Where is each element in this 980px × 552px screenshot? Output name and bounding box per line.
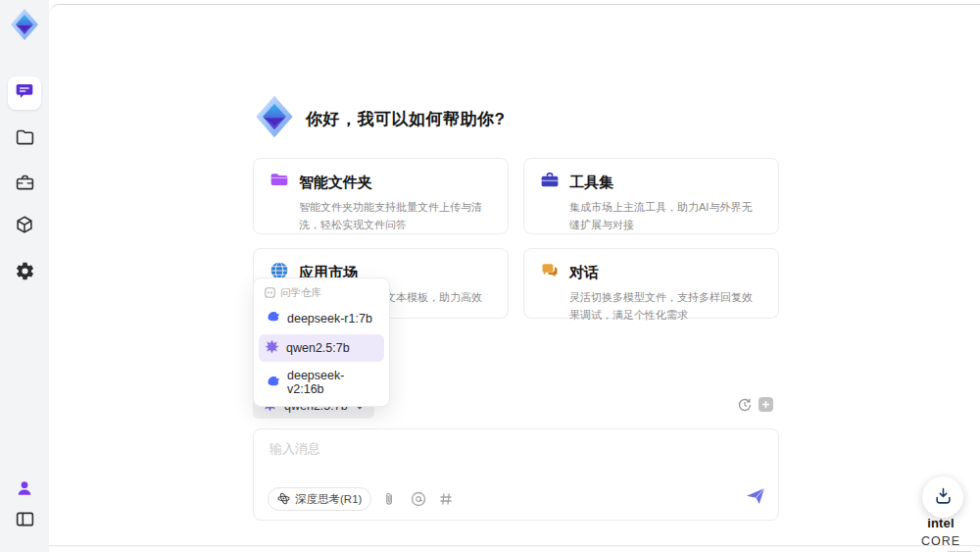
folder-filled-icon — [270, 171, 289, 194]
history-icon — [737, 397, 753, 417]
card-toolkit[interactable]: 工具集 集成市场上主流工具，助力AI与外界无缝扩展与对接 — [523, 158, 779, 234]
paperclip-icon[interactable] — [384, 491, 398, 507]
core-wordmark: core — [921, 534, 960, 548]
panel-icon — [15, 509, 35, 533]
download-button[interactable] — [922, 477, 963, 518]
card-title: 智能文件夹 — [299, 174, 372, 192]
card-smart-folder[interactable]: 智能文件夹 智能文件夹功能支持批量文件上传与清洗，轻松实现文件问答 — [253, 158, 509, 234]
sidebar-item-models[interactable] — [8, 211, 41, 244]
sidebar-item-panel-toggle[interactable] — [8, 504, 41, 537]
qwen-star-icon — [265, 339, 279, 357]
card-description: 集成市场上主流工具，助力AI与外界无缝扩展与对接 — [569, 199, 762, 233]
folder-icon — [15, 127, 35, 152]
sidebar-item-chat[interactable] — [8, 76, 41, 110]
deep-think-label: 深度思考(R1) — [295, 492, 362, 507]
model-repo-label: 问学仓库 — [280, 286, 321, 300]
sidebar — [0, 0, 49, 552]
user-icon — [15, 478, 34, 502]
sidebar-item-settings[interactable] — [8, 256, 41, 289]
card-description: 智能文件夹功能支持批量文件上传与清洗，轻松实现文件问答 — [299, 199, 492, 233]
card-description: 灵活切换多模型文件，支持多样回复效果调试，满足个性化需求 — [569, 289, 762, 324]
greeting-title: 你好，我可以如何帮助你? — [306, 108, 505, 130]
new-chat-icon — [758, 396, 774, 417]
model-dropdown: 问学仓库 deepseek-r1:7b qwen2.5:7b — [253, 277, 390, 407]
history-button[interactable] — [737, 397, 753, 417]
chat-bubbles-icon — [540, 261, 560, 284]
app-window: 你好，我可以如何帮助你? 智能文件夹 智能文件夹功能支持批量文件上传与清洗，轻松… — [0, 0, 980, 552]
sidebar-item-folders[interactable] — [8, 123, 41, 156]
send-icon[interactable] — [746, 487, 765, 509]
dropdown-item-deepseek-r1[interactable]: deepseek-r1:7b — [259, 304, 384, 332]
dropdown-item-qwen[interactable]: qwen2.5:7b — [259, 334, 384, 362]
hash-icon[interactable] — [439, 492, 453, 506]
greeting-logo-icon — [251, 93, 298, 140]
briefcase-icon — [15, 173, 35, 197]
app-logo-icon — [7, 7, 42, 42]
mention-icon[interactable] — [411, 491, 426, 507]
intel-core-logo: intel core ultra — [906, 514, 976, 552]
card-title: 工具集 — [569, 174, 613, 192]
new-chat-button[interactable] — [758, 396, 774, 417]
card-dialog[interactable]: 对话 灵活切换多模型文件，支持多样回复效果调试，满足个性化需求 — [523, 248, 779, 319]
model-repo-header: 问学仓库 — [259, 283, 384, 302]
deepseek-whale-icon — [265, 374, 280, 392]
dropdown-item-deepseek-v2[interactable]: deepseek-v2:16b — [259, 364, 384, 401]
message-input[interactable] — [268, 440, 742, 457]
briefcase-filled-icon — [540, 171, 560, 194]
model-label: deepseek-r1:7b — [287, 312, 372, 326]
gear-icon — [15, 261, 35, 285]
window-bottom-divider — [49, 545, 980, 546]
repo-icon — [265, 287, 275, 300]
deep-think-toggle[interactable]: 深度思考(R1) — [268, 487, 371, 511]
model-label: deepseek-v2:16b — [287, 369, 378, 396]
intel-wordmark: intel — [927, 516, 955, 530]
sidebar-item-account[interactable] — [8, 474, 41, 507]
sidebar-item-toolbox[interactable] — [8, 168, 41, 201]
cube-icon — [14, 215, 35, 240]
deepseek-whale-icon — [265, 309, 280, 327]
download-icon — [934, 486, 953, 509]
chat-bubble-icon — [15, 81, 34, 105]
composer: 深度思考(R1) — [253, 428, 779, 521]
card-title: 对话 — [569, 264, 599, 282]
model-label: qwen2.5:7b — [286, 341, 350, 355]
atom-icon — [277, 492, 290, 507]
